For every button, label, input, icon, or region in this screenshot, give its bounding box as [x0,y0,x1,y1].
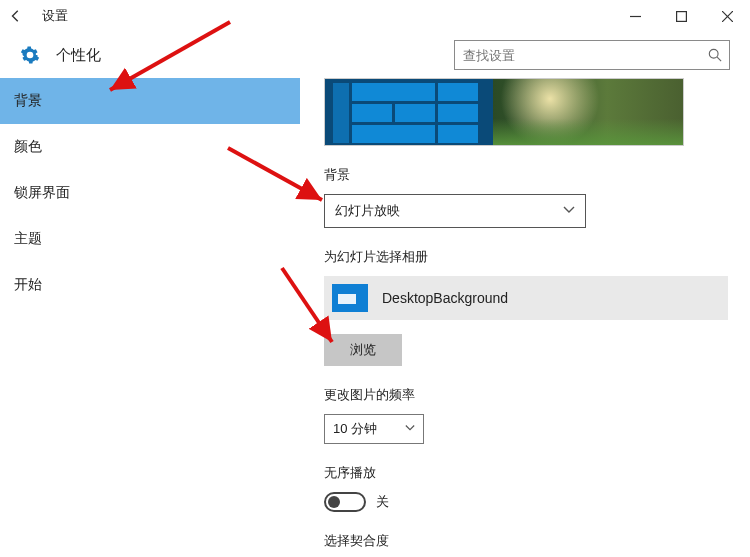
album-name: DesktopBackground [382,290,508,306]
sidebar-item-label: 背景 [14,92,42,110]
sidebar-item-background[interactable]: 背景 [0,78,300,124]
maximize-button[interactable] [658,0,704,32]
folder-icon [332,284,368,312]
desktop-preview [324,78,684,146]
browse-button[interactable]: 浏览 [324,334,402,366]
chevron-down-icon [405,422,415,436]
search-box[interactable] [454,40,730,70]
sidebar: 背景 颜色 锁屏界面 主题 开始 [0,78,300,557]
main: 背景 颜色 锁屏界面 主题 开始 背景 幻灯片放映 [0,78,750,557]
background-label: 背景 [324,166,750,184]
svg-point-4 [709,49,718,58]
frequency-select-value: 10 分钟 [333,420,405,438]
chevron-down-icon [563,202,575,220]
window-title: 设置 [42,7,68,25]
album-label: 为幻灯片选择相册 [324,248,750,266]
shuffle-label: 无序播放 [324,464,750,482]
content: 背景 幻灯片放映 为幻灯片选择相册 DesktopBackground 浏览 更… [300,78,750,557]
svg-rect-1 [676,11,686,21]
close-button[interactable] [704,0,750,32]
svg-line-5 [717,57,721,61]
sidebar-item-label: 锁屏界面 [14,184,70,202]
sidebar-item-label: 主题 [14,230,42,248]
browse-button-label: 浏览 [350,341,376,359]
sidebar-item-start[interactable]: 开始 [0,262,300,308]
gear-icon [20,45,40,65]
shuffle-row: 关 [324,492,750,512]
minimize-button[interactable] [612,0,658,32]
titlebar: 设置 [0,0,750,32]
shuffle-toggle[interactable] [324,492,366,512]
back-button[interactable] [0,0,32,32]
frequency-select[interactable]: 10 分钟 [324,414,424,444]
search-icon[interactable] [701,41,729,69]
page-title: 个性化 [56,46,101,65]
shuffle-state: 关 [376,493,389,511]
background-select-value: 幻灯片放映 [335,202,563,220]
sidebar-item-label: 开始 [14,276,42,294]
sidebar-item-label: 颜色 [14,138,42,156]
sidebar-item-themes[interactable]: 主题 [0,216,300,262]
search-input[interactable] [455,48,701,63]
album-row[interactable]: DesktopBackground [324,276,728,320]
sidebar-item-colors[interactable]: 颜色 [0,124,300,170]
sidebar-item-lockscreen[interactable]: 锁屏界面 [0,170,300,216]
fit-label: 选择契合度 [324,532,750,550]
header: 个性化 [0,32,750,78]
background-select[interactable]: 幻灯片放映 [324,194,586,228]
frequency-label: 更改图片的频率 [324,386,750,404]
